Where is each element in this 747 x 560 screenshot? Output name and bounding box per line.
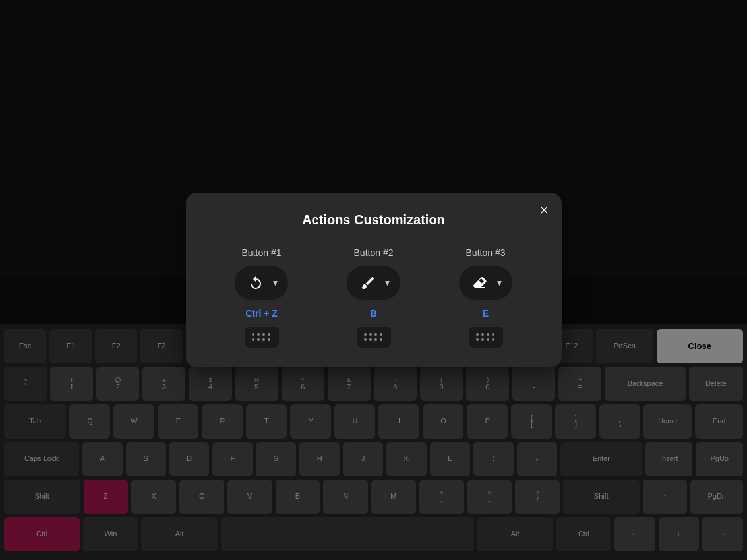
- key-right[interactable]: →: [702, 517, 743, 551]
- key-r[interactable]: R: [202, 404, 243, 439]
- key-home[interactable]: Home: [643, 404, 692, 439]
- key-j[interactable]: J: [343, 442, 383, 476]
- key-9[interactable]: (9: [420, 367, 463, 401]
- key-k[interactable]: K: [386, 442, 427, 476]
- key-shift-left[interactable]: Shift: [4, 480, 80, 514]
- key-backspace[interactable]: Backspace: [605, 367, 685, 401]
- keyboard-row-qwerty: Tab Q W E R T Y U I O P {[ }] |\ Home En…: [4, 404, 743, 439]
- key-up[interactable]: ↑: [643, 480, 688, 514]
- key-comma[interactable]: <,: [419, 480, 464, 514]
- key-shift-right[interactable]: Shift: [563, 480, 640, 514]
- keyboard-row-asdf: Caps Lock A S D F G H J K L ;: '" Enter …: [4, 442, 743, 476]
- key-7[interactable]: &7: [328, 367, 371, 401]
- key-3[interactable]: #3: [142, 367, 185, 401]
- key-1[interactable]: !1: [50, 367, 93, 401]
- button-1-chevron-icon: ▼: [272, 278, 280, 288]
- key-ctrl-left[interactable]: Ctrl: [4, 517, 80, 551]
- button-1-action[interactable]: ▼: [235, 266, 289, 300]
- key-period[interactable]: >.: [467, 480, 512, 514]
- key-prtscn[interactable]: PrtScn: [596, 329, 653, 363]
- key-lbracket[interactable]: {[: [511, 404, 552, 439]
- button-2-dots-button[interactable]: [357, 327, 391, 348]
- key-6[interactable]: ^6: [282, 367, 324, 401]
- key-t[interactable]: T: [246, 404, 287, 439]
- modal-close-button[interactable]: ×: [540, 203, 549, 218]
- actions-customization-modal: Actions Customization × Button #1 ▼ Ctrl…: [186, 193, 562, 367]
- key-y[interactable]: Y: [290, 404, 331, 439]
- key-e[interactable]: E: [158, 404, 198, 439]
- key-p[interactable]: P: [467, 404, 508, 439]
- button-3-col: Button #3 ▼ E: [436, 247, 535, 348]
- button-3-dots-button[interactable]: [469, 327, 503, 348]
- key-tilde[interactable]: ~`: [4, 367, 47, 401]
- key-c[interactable]: C: [179, 480, 224, 514]
- key-quote[interactable]: '": [517, 442, 557, 476]
- key-equals[interactable]: +=: [558, 367, 601, 401]
- button-1-dots-button[interactable]: [245, 327, 279, 348]
- button-3-label: Button #3: [466, 247, 506, 258]
- key-minus[interactable]: _-: [512, 367, 555, 401]
- key-b[interactable]: B: [276, 480, 320, 514]
- key-i[interactable]: I: [378, 404, 419, 439]
- key-capslock[interactable]: Caps Lock: [4, 442, 79, 476]
- dots-icon: [252, 333, 271, 342]
- button-3-chevron-icon: ▼: [496, 278, 504, 288]
- modal-title: Actions Customization: [212, 212, 535, 228]
- key-v[interactable]: V: [227, 480, 272, 514]
- key-win[interactable]: Win: [83, 517, 138, 551]
- keyboard-row-numbers: ~` !1 @2 #3 $4 %5 ^6 &7 ·8 (9 )0 _- += B…: [4, 367, 743, 401]
- button-2-action[interactable]: ▼: [347, 266, 401, 300]
- key-space[interactable]: [221, 517, 474, 551]
- key-g[interactable]: G: [256, 442, 296, 476]
- key-q[interactable]: Q: [69, 404, 110, 439]
- key-semicolon[interactable]: ;:: [473, 442, 514, 476]
- button-3-shortcut: E: [483, 308, 489, 319]
- key-n[interactable]: N: [323, 480, 368, 514]
- key-x[interactable]: X: [131, 480, 176, 514]
- keyboard-row-zxcv: Shift Z X C V B N M <, >. ?/ Shift ↑ PgD…: [4, 480, 743, 514]
- key-pgdn[interactable]: PgDn: [690, 480, 743, 514]
- key-z[interactable]: Z: [84, 480, 129, 514]
- key-f1[interactable]: F1: [49, 329, 92, 363]
- eraser-icon: [468, 271, 492, 295]
- key-left[interactable]: ←: [614, 517, 655, 551]
- button-1-col: Button #1 ▼ Ctrl + Z: [212, 247, 311, 348]
- button-2-shortcut: B: [370, 308, 376, 319]
- key-esc[interactable]: Esc: [4, 329, 46, 363]
- dots-icon-2: [364, 333, 383, 342]
- close-button[interactable]: Close: [657, 329, 743, 363]
- key-m[interactable]: M: [371, 480, 416, 514]
- key-f2[interactable]: F2: [95, 329, 137, 363]
- key-d[interactable]: D: [169, 442, 210, 476]
- key-backslash[interactable]: |\: [599, 404, 640, 439]
- key-rbracket[interactable]: }]: [555, 404, 596, 439]
- key-o[interactable]: O: [423, 404, 463, 439]
- key-enter[interactable]: Enter: [560, 442, 642, 476]
- key-ctrl-right[interactable]: Ctrl: [556, 517, 611, 551]
- key-slash[interactable]: ?/: [515, 480, 560, 514]
- key-0[interactable]: )0: [466, 367, 509, 401]
- key-u[interactable]: U: [334, 404, 375, 439]
- key-end[interactable]: End: [695, 404, 743, 439]
- button-3-action[interactable]: ▼: [459, 266, 513, 300]
- key-tab[interactable]: Tab: [4, 404, 66, 439]
- key-5[interactable]: %5: [235, 367, 278, 401]
- key-2[interactable]: @2: [96, 367, 139, 401]
- key-alt-right[interactable]: Alt: [477, 517, 553, 551]
- key-down[interactable]: ↓: [659, 517, 700, 551]
- button-2-chevron-icon: ▼: [384, 278, 392, 288]
- key-f[interactable]: F: [212, 442, 253, 476]
- key-4[interactable]: $4: [189, 367, 231, 401]
- key-delete[interactable]: Delete: [689, 367, 743, 401]
- key-a[interactable]: A: [82, 442, 123, 476]
- key-s[interactable]: S: [126, 442, 166, 476]
- key-h[interactable]: H: [299, 442, 340, 476]
- key-pgup[interactable]: PgUp: [696, 442, 742, 476]
- key-insert[interactable]: Insert: [645, 442, 692, 476]
- key-l[interactable]: L: [430, 442, 470, 476]
- key-8[interactable]: ·8: [374, 367, 417, 401]
- key-alt-left[interactable]: Alt: [141, 517, 217, 551]
- button-2-col: Button #2 ▼ B: [324, 247, 423, 348]
- key-w[interactable]: W: [113, 404, 154, 439]
- key-f3[interactable]: F3: [140, 329, 183, 363]
